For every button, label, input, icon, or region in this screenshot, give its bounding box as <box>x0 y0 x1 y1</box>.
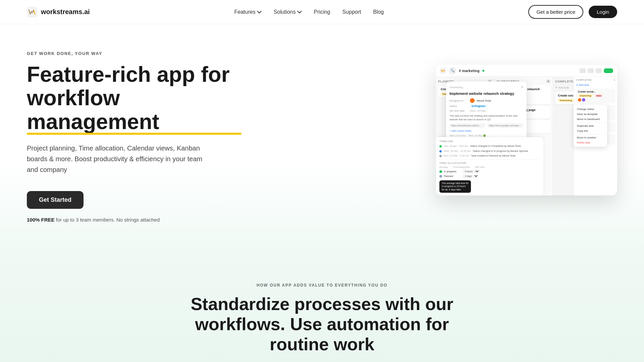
kanban-inprogress-count: 3 <box>546 79 551 83</box>
task-due-date: Wed, 10 May 🟢 <box>469 134 486 137</box>
timeline-dot-2 <box>439 150 442 153</box>
section2-eyebrow: HOW OUR APP ADDS VALUE TO EVERYTHING YOU… <box>27 283 617 288</box>
get-started-button[interactable]: Get Started <box>27 191 84 209</box>
hero-subtext: Project planning, Time allocation, Calen… <box>27 143 215 175</box>
time-alloc-row-2: Planned 2 days <box>439 174 540 178</box>
hero-heading-line1: Feature-rich app for <box>27 62 230 86</box>
screenshot-search-icon[interactable]: 🔍 <box>449 67 456 74</box>
screenshot-header: 🔍 # marketing <box>436 65 617 77</box>
ctx-save-template[interactable]: Save as template <box>574 112 607 117</box>
task-start-time: Start | Due time <box>449 134 466 137</box>
toolbar-icon-3 <box>596 68 602 73</box>
nav-item-support[interactable]: Support <box>342 9 361 15</box>
section2-heading: Standardize processes with our workflows… <box>188 294 456 354</box>
add-task-right-button[interactable]: + Add task <box>576 83 615 87</box>
status-dot-planned <box>439 175 442 178</box>
time-alloc-row-1: In progress 5 hours <box>439 170 540 173</box>
screenshot-logo-icon <box>440 68 446 74</box>
hero-eyebrow: GET WORK DONE, YOUR WAY <box>27 51 241 56</box>
status-dot-inprogress <box>439 170 442 173</box>
toolbar-active-icon <box>604 68 613 73</box>
task-link-1[interactable]: https://workstreams.ai/doc/... <box>449 123 485 128</box>
nav-link-blog[interactable]: Blog <box>373 9 384 15</box>
timeline-text-2: Wed, 25 Mar · 10:35 am · Status changed … <box>444 149 528 153</box>
hero-heading-line2: workflow management <box>27 86 241 133</box>
task-status-badge[interactable]: In Progress <box>470 105 487 108</box>
ctx-move-backboard[interactable]: Move to backboard <box>574 117 607 122</box>
task-description: This task involves the drafting and impl… <box>449 114 523 121</box>
time-alloc-select-1[interactable]: 5 hours <box>462 170 480 173</box>
task-detail-assigned-row: Assigned to Nikola Tesla <box>449 98 523 103</box>
toolbar-icon-1 <box>580 68 586 73</box>
task-detail-status-row: Status In Progress <box>449 105 523 108</box>
login-button[interactable]: Login <box>589 6 617 18</box>
task-assigned-value: Nikola Tesla <box>477 99 491 102</box>
timeline-text-3: Mon, 23 Mar · 9:30 am · Task created in … <box>444 154 516 158</box>
logo-icon <box>27 7 38 17</box>
kanban-completed-label: COMPLETED <box>555 80 576 83</box>
hero-screenshot-area: 🔍 # marketing PLANNED 1 <box>241 65 617 195</box>
timeline-overlay: Timeline Thu, 26 Apr · 9:00 am · Status … <box>436 137 543 195</box>
chevron-down-icon <box>257 10 262 14</box>
toolbar-icon-2 <box>588 68 594 73</box>
section-2: HOW OUR APP ADDS VALUE TO EVERYTHING YOU… <box>0 249 644 362</box>
nav-link-features[interactable]: Features <box>234 9 256 15</box>
context-menu: Change status Save as template Move to b… <box>574 105 607 147</box>
right-card-1[interactable]: Create social... #marketing #ads <box>576 88 615 103</box>
nav-link-support[interactable]: Support <box>342 9 361 15</box>
task-link-2[interactable]: https://docs.google.com/spre... <box>487 123 523 128</box>
avatar-icon <box>582 98 585 102</box>
chevron-down-icon <box>297 10 302 14</box>
nav-item-pricing[interactable]: Pricing <box>314 9 330 15</box>
screenshot-toolbar <box>580 68 613 73</box>
time-alloc-select-2[interactable]: 2 days <box>462 174 479 178</box>
timeline-event-1: Thu, 26 Apr · 9:00 am · Status changed t… <box>439 144 540 148</box>
hero-heading: Feature-rich app for workflow management <box>27 63 241 133</box>
navbar: workstreams.ai Features Solutions Pricin… <box>0 0 644 24</box>
task-detail-close-icon[interactable]: × <box>521 85 523 89</box>
timeline-dot-1 <box>439 145 442 147</box>
ctx-divider <box>574 122 607 123</box>
nav-actions: Get a better price Login <box>528 5 617 19</box>
ctx-divider-2 <box>574 134 607 134</box>
get-better-price-button[interactable]: Get a better price <box>528 5 583 19</box>
task-detail-duedate-row: Set due date Wed, 10 May <box>449 109 523 112</box>
timeline-text-1: Thu, 26 Apr · 9:00 am · Status changed t… <box>444 144 521 148</box>
nav-item-blog[interactable]: Blog <box>373 9 384 15</box>
right-card-1-tags: #marketing #ads <box>578 94 613 97</box>
timeline-header: Timeline <box>439 140 540 143</box>
ctx-duplicate[interactable]: Duplicate task <box>574 123 607 128</box>
ctx-delete[interactable]: Delete task <box>574 140 607 145</box>
ctx-move-another[interactable]: Move to another <box>574 135 607 140</box>
ctx-change-status[interactable]: Change status <box>574 107 607 112</box>
right-panel-header: COMPLETED 3 <box>576 79 615 81</box>
brand-name: workstreams.ai <box>41 8 90 16</box>
time-allocation: Time allocation Monday Processing time 6… <box>439 160 540 193</box>
nav-links: Features Solutions Pricing Support Blog <box>234 9 384 15</box>
nav-link-pricing[interactable]: Pricing <box>314 9 330 15</box>
section2-heading-text: Standardize processes with our workflows… <box>191 294 453 354</box>
tooltip-area: The average total time forIn progress is… <box>439 179 540 193</box>
hero-cta-area: Get Started <box>27 191 241 217</box>
avatar-icon <box>578 98 581 102</box>
timeline-event-3: Mon, 23 Mar · 9:30 am · Task created in … <box>439 154 540 158</box>
add-custom-fields-link[interactable]: + Add custom fields <box>449 129 523 132</box>
time-alloc-status-1: In progress <box>439 170 460 173</box>
task-detail-title: Implement website relaunch strategy <box>449 92 523 96</box>
logo[interactable]: workstreams.ai <box>27 7 90 17</box>
ctx-copy-link[interactable]: Copy link <box>574 128 607 133</box>
task-meta: Start | Due time Wed, 10 May 🟢 <box>449 134 523 137</box>
time-alloc-status-2: Planned <box>439 175 460 178</box>
nav-item-solutions[interactable]: Solutions <box>274 9 302 15</box>
task-duedate-value[interactable]: Wed, 10 May <box>470 109 486 112</box>
task-links: https://workstreams.ai/doc/... https://d… <box>449 123 523 128</box>
hero-content: GET WORK DONE, YOUR WAY Feature-rich app… <box>27 44 241 223</box>
hero-note-rest: for up to 3 team members. No strings att… <box>55 217 160 223</box>
time-alloc-columns: Monday Processing time 600 mins <box>439 166 540 168</box>
time-alloc-label: Time allocation <box>439 162 540 165</box>
hero-section: GET WORK DONE, YOUR WAY Feature-rich app… <box>0 24 644 249</box>
assigned-avatar <box>470 98 475 103</box>
nav-item-features[interactable]: Features <box>234 9 262 15</box>
app-screenshot: 🔍 # marketing PLANNED 1 <box>436 65 617 195</box>
nav-link-solutions[interactable]: Solutions <box>274 9 296 15</box>
